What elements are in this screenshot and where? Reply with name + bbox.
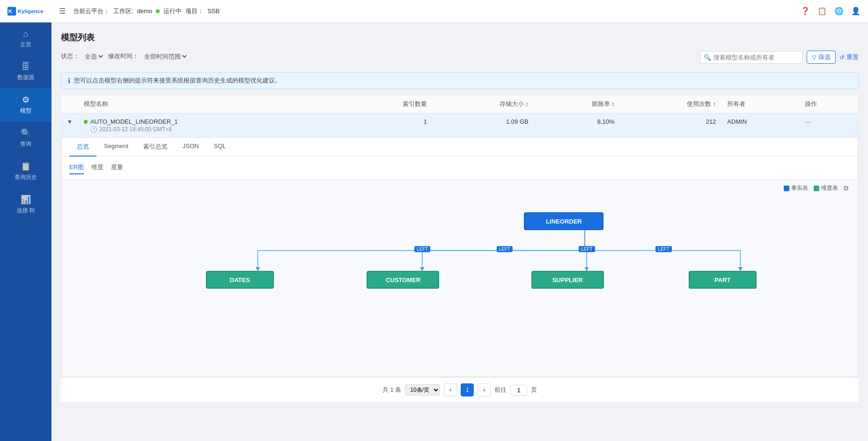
model-name-cell: AUTO_MODEL_LINEORDER_1 🕐 2021-03-12 18:4… [78, 113, 343, 138]
toolbar-row: 🔍 ▽ 筛选 ↺ 重置 [700, 51, 859, 64]
content-area: 模型列表 状态： 全选 修改时间： 全部时间范围 🔍 ▽ [51, 22, 868, 441]
sidebar-item-model[interactable]: ⚙ 模型 [0, 88, 51, 121]
next-page-button[interactable]: › [478, 383, 491, 396]
expand-button[interactable]: ▼ [67, 119, 73, 125]
svg-text:K: K [8, 8, 13, 14]
usage-cell: 212 [620, 113, 722, 138]
svg-text:Kyligence: Kyligence [18, 8, 44, 14]
model-name[interactable]: AUTO_MODEL_LINEORDER_1 [90, 118, 178, 125]
filter-label: 筛选 [818, 53, 831, 61]
sub-tab-dimensions[interactable]: 维度 [91, 161, 103, 174]
col-owner: 所有者 [721, 95, 799, 113]
col-actions: 操作 [799, 95, 858, 113]
prev-page-button[interactable]: ‹ [444, 383, 457, 396]
actions-button[interactable]: ··· [805, 118, 811, 127]
model-icon: ⚙ [22, 95, 29, 105]
col-model-name: 模型名称 [78, 95, 343, 113]
er-diagram-area: 事实表 维度表 ⧉ LINEORDERDATESCUSTOMERSUPPLIER… [62, 179, 858, 376]
join-badge-part: LEFT [655, 246, 671, 252]
status-filter-select[interactable]: 全选 [83, 52, 104, 60]
er-canvas: LINEORDERDATESCUSTOMERSUPPLIERPARTLEFTLE… [66, 184, 853, 362]
filter-icon: ▽ [812, 54, 817, 61]
col-storage[interactable]: 存储大小 ↕ [433, 95, 534, 113]
sub-tab-measures[interactable]: 度量 [111, 161, 123, 174]
user-icon[interactable]: 👤 [851, 7, 861, 15]
svg-marker-5 [584, 267, 589, 271]
workspace-value: demo [137, 7, 153, 15]
owner-cell: ADMIN [721, 113, 799, 138]
reset-label: 重置 [846, 53, 859, 61]
er-node-supplier[interactable]: SUPPLIER [531, 271, 604, 289]
globe-icon[interactable]: 🌐 [834, 7, 844, 15]
tab-sql[interactable]: SQL [206, 138, 234, 157]
inflation-cell: 8.10% [534, 113, 620, 138]
total-count: 共 1 条 [383, 386, 401, 394]
svg-marker-4 [420, 267, 425, 271]
er-node-lineorder[interactable]: LINEORDER [524, 212, 603, 230]
info-text: 您可以点击模型右侧的提示符来接受系统根据查询历史生成的模型优化建议。 [74, 76, 281, 85]
search-input[interactable] [700, 51, 803, 64]
sidebar-item-datasource[interactable]: 🗄 数据源 [0, 55, 51, 88]
tab-index-overview[interactable]: 索引总览 [136, 138, 175, 157]
sidebar-label-query: 查询 [20, 140, 31, 148]
tab-overview[interactable]: 总览 [69, 138, 96, 157]
index-count-cell: 1 [343, 113, 433, 138]
info-icon: ℹ [68, 77, 70, 84]
er-node-part[interactable]: PART [689, 271, 757, 289]
project-value: SSB [207, 7, 220, 15]
help-icon[interactable]: ❓ [801, 7, 810, 15]
join-badge-customer: LEFT [497, 246, 513, 252]
connect-bi-icon: 📊 [21, 194, 31, 205]
info-banner: ℹ 您可以点击模型右侧的提示符来接受系统根据查询历史生成的模型优化建议。 [61, 72, 859, 89]
logo: K Kyligence [7, 5, 59, 18]
search-wrap: 🔍 [700, 51, 803, 64]
storage-cell: 1.09 GB [433, 113, 534, 138]
tab-segment[interactable]: Segment [96, 138, 136, 157]
main-layout: ⌂ 主页 🗄 数据源 ⚙ 模型 🔍 查询 📋 查询历史 📊 连接 BI 模型列表 [0, 22, 868, 441]
current-page-button[interactable]: 1 [461, 383, 474, 396]
page-size-select[interactable]: 10条/页 [405, 384, 440, 396]
join-badge-dates: LEFT [414, 246, 430, 252]
svg-marker-6 [738, 267, 743, 271]
reset-button[interactable]: ↺ 重置 [839, 53, 859, 61]
detail-tabs: 总览 Segment 索引总览 JSON SQL [62, 138, 858, 157]
status-dot [156, 9, 160, 13]
status-label: 运行中 [163, 7, 182, 15]
detail-panel: 总览 Segment 索引总览 JSON SQL ER图 维度 度量 事实表 [61, 138, 858, 377]
sidebar-label-home: 主页 [20, 41, 31, 49]
query-history-icon: 📋 [21, 161, 31, 172]
join-badge-supplier: LEFT [579, 246, 595, 252]
sidebar-label-connect-bi: 连接 BI [17, 207, 35, 215]
status-filter-label: 状态： [61, 52, 79, 60]
notification-icon[interactable]: 📋 [817, 7, 827, 15]
er-node-customer[interactable]: CUSTOMER [367, 271, 439, 289]
sidebar-item-query-history[interactable]: 📋 查询历史 [0, 155, 51, 188]
time-filter-select[interactable]: 全部时间范围 [142, 52, 188, 60]
datasource-icon: 🗄 [22, 62, 30, 72]
table-row: ▼ AUTO_MODEL_LINEORDER_1 🕐 2021-03 [61, 113, 858, 138]
sidebar: ⌂ 主页 🗄 数据源 ⚙ 模型 🔍 查询 📋 查询历史 📊 连接 BI [0, 22, 51, 441]
page-title: 模型列表 [61, 32, 859, 43]
pagination-bar: 共 1 条 10条/页 ‹ 1 › 前往 页 [61, 377, 859, 402]
project-label: 项目： [185, 7, 204, 15]
sub-tab-er[interactable]: ER图 [69, 161, 84, 174]
sidebar-item-home[interactable]: ⌂ 主页 [0, 22, 51, 55]
svg-marker-3 [256, 267, 260, 271]
menu-toggle-icon[interactable]: ☰ [59, 7, 66, 15]
sidebar-label-datasource: 数据源 [17, 74, 34, 82]
filters-bar: 状态： 全选 修改时间： 全部时间范围 [61, 52, 188, 60]
filter-button[interactable]: ▽ 筛选 [807, 51, 836, 64]
er-node-dates[interactable]: DATES [206, 271, 274, 289]
sidebar-item-connect-bi[interactable]: 📊 连接 BI [0, 188, 51, 221]
clock-icon: 🕐 [90, 126, 97, 133]
model-status-dot [84, 120, 88, 124]
expand-col-header [61, 95, 78, 113]
goto-input[interactable] [510, 385, 527, 396]
sidebar-label-query-history: 查询历史 [15, 173, 37, 181]
col-usage[interactable]: 使用次数 ↕ [620, 95, 722, 113]
time-filter-label: 修改时间： [108, 52, 139, 60]
col-inflation[interactable]: 膨胀率 ↕ [534, 95, 620, 113]
sidebar-item-query[interactable]: 🔍 查询 [0, 121, 51, 155]
platform-info: 当前云平台： 工作区: demo 运行中 项目： SSB [73, 7, 220, 15]
tab-json[interactable]: JSON [175, 138, 206, 157]
